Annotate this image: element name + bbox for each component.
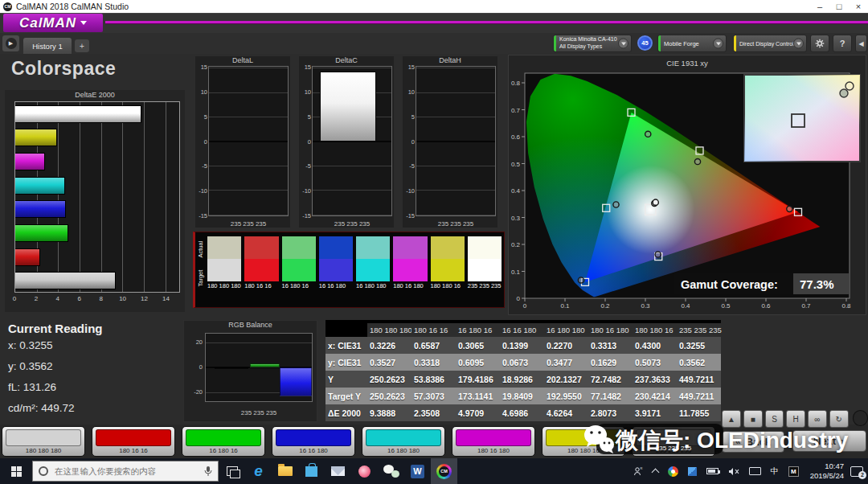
patch-color [96, 429, 171, 446]
mail-icon [331, 466, 345, 476]
word-icon: W [411, 465, 424, 478]
gridline [209, 190, 288, 191]
actual-swatch [356, 236, 390, 259]
target-swatch [319, 259, 353, 281]
meter-dropdown[interactable]: Konica Minolta CA-410 All Display Types [553, 35, 632, 52]
back-button[interactable]: « Back [722, 431, 784, 453]
nav-tool-button[interactable]: ↻ [829, 410, 849, 428]
file-explorer-button[interactable] [272, 458, 298, 484]
settings-button[interactable] [810, 35, 829, 52]
calman-taskbar-button[interactable]: CM [431, 458, 457, 484]
chevron-up-icon [651, 469, 659, 477]
y-tick-label: 0 [411, 137, 415, 145]
patch-button-180-180-16[interactable]: 180 180 16 [542, 426, 625, 457]
task-view-icon [227, 466, 238, 476]
m-app-tray-button[interactable]: M [784, 458, 804, 484]
patch-button-16-180-180[interactable]: 16 180 180 [362, 426, 445, 457]
chevron-down-icon[interactable] [618, 39, 628, 49]
x-axis-label: 235 235 235 [208, 220, 289, 228]
store-button[interactable] [298, 458, 325, 484]
ime-button[interactable]: 中 [766, 458, 784, 484]
chart-title: DeltaH [403, 56, 497, 66]
word-button[interactable]: W [404, 458, 431, 484]
chevron-down-icon[interactable] [793, 39, 804, 49]
battery-tray-button[interactable] [702, 458, 723, 484]
bar-blue [280, 367, 312, 396]
nav-tools: ▲■SH∞↻ [722, 410, 868, 428]
bar-white [320, 72, 377, 141]
search-input[interactable] [53, 466, 199, 477]
onedrive-tray-button[interactable] [683, 458, 702, 484]
collapse-panel-button[interactable]: ◀ [855, 35, 867, 52]
y-tick-label: -10 [199, 187, 207, 195]
gridline [416, 68, 495, 68]
chart-plot [312, 66, 392, 216]
table-cell: 0.3527 [367, 354, 411, 371]
source-dropdown[interactable]: Mobile Forge [657, 35, 727, 52]
next-button[interactable]: Next » [792, 430, 866, 452]
add-tab-button[interactable]: + [75, 39, 89, 52]
history-menu-button[interactable]: ▶ [2, 35, 19, 51]
table-cell: 77.1482 [588, 388, 633, 404]
nav-tool-button[interactable]: H [786, 410, 805, 428]
target-swatch [468, 259, 502, 281]
start-button[interactable] [0, 458, 32, 484]
x-tick-label: 2 [35, 295, 38, 302]
gridline [416, 166, 495, 166]
target-swatch [431, 259, 465, 281]
table-cell: 449.7211 [677, 388, 721, 404]
meter-count-badge: 45 [637, 35, 653, 51]
people-tray-button[interactable]: R [628, 458, 648, 484]
patch-button-180-16-16[interactable]: 180 16 16 [92, 426, 175, 457]
table-cell: 0.4300 [633, 337, 677, 354]
cie-1931-chart: 00.10.20.30.40.50.60.70.800.10.20.30.40.… [509, 55, 866, 314]
table-cell: 53.8386 [411, 371, 456, 388]
gridline [416, 190, 495, 191]
back-icon: « [735, 436, 741, 447]
nav-tool-button[interactable]: S [765, 410, 784, 428]
patch-button-180-16-180[interactable]: 180 16 180 [452, 426, 535, 457]
task-view-button[interactable] [219, 458, 245, 484]
edge-taskbar-button[interactable]: e [245, 458, 272, 484]
measurement-table: 180 180 180180 16 1616 180 1616 16 18016… [326, 320, 721, 421]
touch-keyboard-button[interactable] [744, 458, 766, 484]
maximize-button[interactable]: □ [829, 2, 849, 11]
gridline [80, 102, 80, 292]
target-swatch [244, 259, 278, 281]
tray-expand-button[interactable] [648, 458, 663, 484]
close-button[interactable]: × [849, 2, 868, 11]
table-cell: 0.3562 [677, 354, 721, 371]
table-cell: 57.3073 [411, 388, 456, 404]
nav-tool-button[interactable]: ▲ [722, 410, 741, 428]
calman-logo-menu[interactable]: CalMAN [3, 14, 103, 32]
action-center-button[interactable]: 2 [850, 466, 863, 477]
patch-button-235-235-235[interactable]: 235 235 235 [632, 426, 715, 457]
table-cell: 0.3318 [411, 354, 456, 371]
table-cell: 449.7211 [677, 371, 721, 388]
chevron-down-icon[interactable] [713, 39, 723, 49]
taskbar-clock[interactable]: 10:47 2019/5/24 [804, 461, 850, 481]
display-control-dropdown[interactable]: Direct Display Control [733, 35, 807, 52]
wechat-button[interactable] [378, 458, 404, 484]
patch-button-16-16-180[interactable]: 16 16 180 [272, 426, 355, 457]
chrome-tray-button[interactable] [663, 458, 683, 484]
mail-button[interactable] [325, 458, 351, 484]
nav-tool-button[interactable]: ∞ [808, 410, 827, 428]
zero-axis [416, 141, 495, 142]
help-button[interactable]: ? [833, 35, 852, 52]
gridline [209, 117, 288, 117]
patch-color [276, 429, 351, 446]
patch-button-180-180-180[interactable]: 180 180 180 [2, 426, 85, 457]
tab-history-1[interactable]: History 1 [23, 38, 72, 54]
minimize-button[interactable]: – [810, 2, 829, 11]
patch-button-16-180-16[interactable]: 16 180 16 [182, 426, 265, 457]
table-cell: 19.8409 [500, 388, 544, 404]
window-title: CalMAN 2018 CalMAN Studio [16, 2, 129, 11]
taskbar-search[interactable] [32, 461, 219, 482]
table-cell: 0.3226 [367, 337, 411, 354]
nav-tool-button[interactable]: ■ [743, 410, 763, 428]
chart-title: DeltaE 2000 [5, 91, 185, 99]
volume-tray-button[interactable] [723, 458, 744, 484]
photos-button[interactable] [351, 458, 378, 484]
speaker-muted-icon [728, 467, 739, 476]
